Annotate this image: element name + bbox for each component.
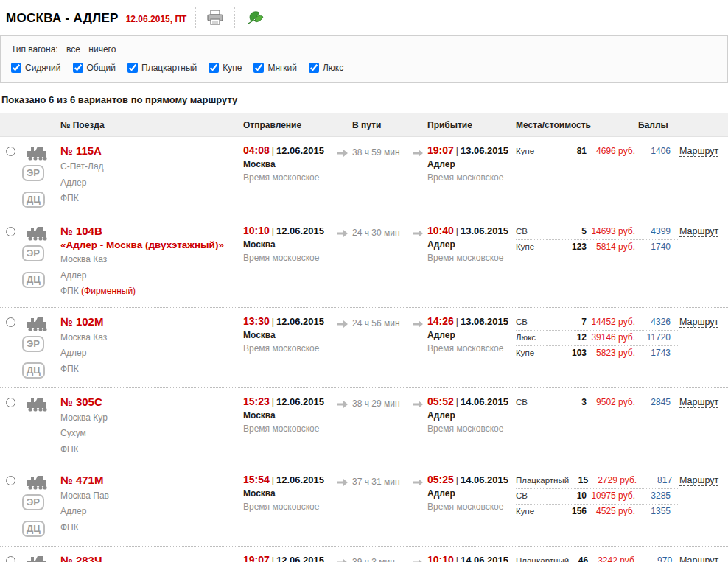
arrival-time: 10:10 [427,554,454,562]
departure-station: Москва [243,410,333,421]
points-link[interactable]: 4399 [651,226,671,236]
col-header-points: Баллы [638,120,679,130]
points-link[interactable]: 3285 [651,491,671,501]
lux-checkbox-input[interactable] [309,63,319,73]
trip-duration: 24 ч 56 мин [352,315,408,379]
train-carrier: ФПК [60,192,243,206]
eco-button[interactable] [244,8,267,29]
seat-type: Купе [516,147,567,155]
seat-price: 5814 руб. [587,242,641,252]
points-link[interactable]: 1743 [651,348,671,358]
common-checkbox-input[interactable] [73,63,83,73]
checkbox-soft[interactable]: Мягкий [253,63,297,73]
col-header-arrival: Прибытие [427,120,516,130]
platzkart-checkbox-input[interactable] [127,63,138,73]
car-type-label: Тип вагона: [11,44,58,55]
points-link[interactable]: 1355 [651,506,671,516]
seat-count: 3 [567,397,587,407]
route-link[interactable]: Маршрут [679,317,718,328]
arrow-right-icon [337,400,348,410]
checkbox-platzkart[interactable]: Плацкартный [127,63,197,73]
print-button[interactable] [205,8,225,29]
departure-date: 12.06.2015 [276,474,324,485]
train-origin: С-Пет-Лад [60,160,243,174]
seat-class-row: Плацкартный 46 3242 руб. 970 [516,554,679,562]
departure-time: 10:10 [243,225,270,236]
coupe-checkbox-input[interactable] [209,63,219,73]
car-type-filter-panel: Тип вагона: все ничего Сидячий Общий Пла… [0,35,728,83]
points-link[interactable]: 11720 [647,332,671,343]
divider [195,7,196,29]
route-link[interactable]: Маршрут [679,146,718,157]
checkbox-coupe[interactable]: Купе [209,63,242,73]
seat-price: 4696 руб. [587,146,641,156]
trip-duration: 24 ч 30 мин [352,225,408,298]
checkbox-common[interactable]: Общий [73,63,116,73]
train-select-radio[interactable] [6,147,15,156]
train-select-radio[interactable] [6,317,15,327]
train-carrier: ФПК [60,521,243,535]
points-link[interactable]: 817 [657,475,672,485]
seat-price: 39146 руб. [587,332,641,343]
seat-type: СВ [516,398,567,407]
seat-class-row: Купе 123 5814 руб. 1740 [516,240,679,255]
train-number: № 305С [60,396,243,409]
points-link[interactable]: 4326 [651,317,671,327]
train-select-radio[interactable] [6,227,15,236]
seat-type: Купе [516,348,567,357]
checkbox-lux[interactable]: Люкс [309,63,343,73]
checkbox-seating[interactable]: Сидячий [11,63,61,73]
select-all-link[interactable]: все [66,44,80,55]
train-icon [22,225,49,243]
seat-count: 46 [569,555,588,562]
seat-class-row: Купе 103 5823 руб. 1743 [516,346,679,361]
train-origin: Москва Кур [60,411,243,425]
seat-price: 2729 руб. [588,475,643,485]
seat-type: Купе [516,242,567,251]
arrival-time: 05:52 [427,396,454,407]
train-select-radio[interactable] [6,556,15,562]
time-note: Время московское [427,343,516,354]
route-link[interactable]: Маршрут [679,475,718,486]
seat-class-row: СВ 3 9502 руб. 2845 [516,396,679,410]
departure-time: 15:54 [243,474,270,485]
train-number: № 471М [60,474,243,487]
arrival-date: 13.06.2015 [461,145,508,156]
train-origin: Москва Каз [60,331,243,345]
seating-checkbox-input[interactable] [11,63,21,73]
arrival-station: Адлер [427,410,516,421]
arrival-station: Адлер [427,488,516,499]
points-link[interactable]: 2845 [651,397,671,407]
train-icon [22,474,49,492]
route-link[interactable]: Маршрут [679,226,718,237]
seat-price: 3242 руб. [588,555,643,562]
seat-count: 12 [567,332,587,343]
departure-date: 12.06.2015 [276,555,324,562]
select-none-link[interactable]: ничего [88,44,116,55]
departure-time: 04:08 [243,144,270,156]
route-link[interactable]: Маршрут [679,397,718,408]
departure-station: Москва [243,159,333,169]
arrival-time: 14:26 [427,315,454,327]
train-carrier: ФПК (Фирменный) [60,284,243,298]
train-destination: Адлер [60,176,243,190]
table-row: ЭР ДЦ № 115А С-Пет-Лад Адлер ФПК 04:08|1… [0,137,728,217]
seat-type: СВ [516,491,567,500]
train-select-radio[interactable] [6,398,15,407]
table-row: № 305С Москва Кур Сухум ФПК 15:23|12.06.… [0,388,728,466]
departure-time: 19:07 [243,554,270,562]
divider [234,7,235,29]
train-carrier: ФПК [60,443,243,457]
route-link[interactable]: Маршрут [679,555,718,562]
arrow-right-icon [337,558,348,562]
points-link[interactable]: 1406 [651,146,671,156]
points-link[interactable]: 1740 [651,242,671,252]
soft-checkbox-input[interactable] [253,63,264,73]
arrow-right-icon [337,478,348,488]
seat-class-row: Купе 81 4696 руб. 1406 [516,144,679,159]
train-select-radio[interactable] [6,476,15,485]
col-header-departure: Отправление [243,120,333,130]
time-note: Время московское [243,343,333,354]
arrival-time: 05:25 [427,474,454,485]
points-link[interactable]: 970 [657,555,672,562]
